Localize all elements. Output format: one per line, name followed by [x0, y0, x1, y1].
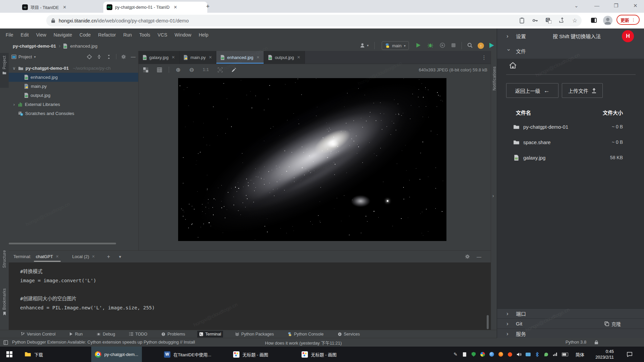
tree-row-external-libraries[interactable]: › External Libraries [9, 100, 138, 109]
tray-pen-icon[interactable]: ✎ [452, 347, 459, 362]
window-minimize-button[interactable]: — [594, 3, 599, 8]
profile-avatar[interactable] [603, 16, 612, 25]
lock-icon[interactable] [51, 18, 55, 23]
tab-close-icon[interactable]: ✕ [56, 254, 59, 259]
settings-gear-icon[interactable] [121, 54, 126, 59]
editor-tab-output[interactable]: output.jpg✕ [264, 51, 305, 64]
tab-close-icon[interactable]: ✕ [92, 254, 95, 259]
tree-row-scratches[interactable]: Scratches and Consoles [9, 109, 138, 118]
browser-tab-pycharm[interactable]: PC py-chatgpt-demo-01 - TitanID ✕ [103, 2, 207, 13]
go-up-button[interactable]: 返回上一级 ← [506, 83, 558, 98]
menu-file[interactable]: File [2, 32, 17, 38]
terminal-tab-chatgpt[interactable]: chatGPT ✕ [33, 251, 62, 262]
status-message[interactable]: Python Debugger Extension Available: Cyt… [12, 340, 195, 345]
expand-all-icon[interactable] [97, 54, 102, 59]
tray-network-icon[interactable] [552, 347, 558, 362]
toolwindow-terminal[interactable]: Terminal [197, 331, 223, 338]
file-row-project[interactable]: py-chatgpt-demo-01 ~ 0 B [497, 119, 644, 134]
taskbar-item-chrome-pycharm[interactable]: py-chatgpt-dem... [91, 347, 142, 362]
tray-firefox-icon[interactable] [497, 347, 504, 362]
ime-language-indicator[interactable]: 简体 [574, 347, 586, 362]
fit-to-window-icon[interactable] [218, 67, 223, 72]
chevron-expanded-icon[interactable]: ∨ [12, 66, 16, 71]
menu-navigate[interactable]: Navigate [50, 32, 76, 38]
tree-row-root[interactable]: ∨ py-chatgpt-demo-01 ~/workspace/py-ch [9, 64, 138, 73]
bookmark-star-icon[interactable]: ☆ [572, 18, 577, 23]
user-avatar[interactable]: H [622, 30, 634, 42]
tab-options-kebab-icon[interactable]: ⋮ [481, 51, 491, 64]
toolwindow-run[interactable]: Run [67, 331, 85, 338]
tray-browser-icon[interactable] [488, 347, 495, 362]
password-key-icon[interactable] [532, 17, 538, 23]
debug-button[interactable] [427, 42, 433, 48]
grid-icon[interactable] [157, 67, 162, 72]
run-button[interactable] [415, 42, 421, 48]
tab-close-icon[interactable]: ✕ [172, 55, 175, 60]
toolwindow-debug[interactable]: Debug [95, 331, 117, 338]
terminal-settings-gear-icon[interactable] [465, 254, 470, 259]
section-ports[interactable]: › 端口 [497, 309, 644, 319]
chevron-down-icon[interactable]: ▾ [34, 55, 36, 59]
toolwindow-todo[interactable]: TODO [127, 331, 149, 338]
editor-tab-enhanced[interactable]: enhanced.jpg✕ [216, 51, 264, 64]
toolwindow-switcher-icon[interactable] [3, 340, 8, 345]
browser-kebab-icon[interactable]: ⋮ [631, 17, 636, 22]
tree-row-output[interactable]: output.jpg [9, 91, 138, 100]
stripe-tab-bookmarks[interactable]: Bookmarks [0, 286, 9, 325]
share-icon[interactable] [559, 17, 565, 23]
chevron-down-icon[interactable]: ▼ [118, 255, 122, 259]
new-tab-button[interactable]: + [206, 3, 210, 10]
tab-close-icon[interactable]: ✕ [209, 55, 212, 60]
file-row-spaceshare[interactable]: space.share ~ 0 B [497, 134, 644, 150]
search-everywhere-icon[interactable] [467, 42, 473, 48]
menu-window[interactable]: Window [171, 32, 195, 38]
section-git[interactable]: › Git 克隆 [497, 319, 644, 329]
tree-row-mainpy[interactable]: main.py [9, 82, 138, 91]
home-icon[interactable] [509, 62, 517, 69]
terminal-output[interactable]: #转换模式 image = image.convert('L') #创建相同大小… [9, 262, 491, 330]
tab-close-icon[interactable]: ✕ [256, 55, 260, 60]
assistant-logo-icon[interactable] [488, 42, 495, 49]
status-secondary-message[interactable]: How does it work (yesterday 下午11:21) [265, 340, 342, 346]
tray-monitor-icon[interactable] [525, 347, 531, 362]
tab-close-icon[interactable]: ✕ [297, 55, 300, 60]
stop-button[interactable] [451, 43, 455, 47]
translate-icon[interactable]: G [545, 17, 551, 23]
side-panel-icon[interactable] [591, 18, 597, 23]
toolwindow-python-console[interactable]: Python Console [286, 331, 325, 338]
window-close-button[interactable]: ✕ [633, 3, 638, 9]
toolwindow-python-packages[interactable]: Python Packages [233, 331, 276, 338]
reading-list-icon[interactable] [519, 17, 525, 23]
locate-file-icon[interactable] [87, 54, 92, 59]
git-clone-button[interactable]: 克隆 [604, 320, 621, 327]
tray-volume-icon[interactable] [516, 347, 522, 362]
toolwindow-problems[interactable]: Problems [159, 331, 187, 338]
file-row-galaxy[interactable]: galaxy.jpg 58 KB [497, 150, 644, 165]
menu-tools[interactable]: Tools [136, 32, 154, 38]
breadcrumb-file[interactable]: enhanced.jpg [70, 44, 97, 49]
transparency-checkerboard-icon[interactable] [143, 67, 148, 72]
stripe-tab-notifications[interactable]: Notifications [492, 66, 497, 90]
tray-bluetooth-icon[interactable] [534, 347, 540, 362]
color-picker-pipette-icon[interactable] [231, 67, 236, 72]
menu-vcs[interactable]: VCS [154, 32, 171, 38]
section-files[interactable]: › 文件 [497, 44, 644, 59]
editor-tab-mainpy[interactable]: main.py✕ [179, 51, 217, 64]
url-omnibox[interactable]: hongxi.titanide.cn/ide/web/coding/py-cha… [46, 15, 582, 26]
taskbar-item-paint-2[interactable]: 无标题 - 画图 [298, 347, 340, 362]
terminal-scrollbar[interactable] [487, 315, 489, 329]
section-settings[interactable]: › 设置 按 Shift 键切换输入法 H [497, 28, 644, 44]
tree-row-enhanced[interactable]: enhanced.jpg [9, 73, 138, 82]
hide-terminal-icon[interactable]: — [477, 254, 481, 259]
new-session-plus-icon[interactable]: + [107, 254, 110, 260]
project-panel-title[interactable]: Project [18, 54, 32, 59]
taskbar-item-word[interactable]: W 在TitanIDE中使用... [160, 347, 215, 362]
browser-update-button[interactable]: 更新 ⋮ [616, 15, 640, 25]
taskbar-item-downloads[interactable]: 下载 [21, 347, 47, 362]
action-center-icon[interactable] [625, 347, 635, 362]
clock-widget[interactable]: 0:45 2023/2/11 [589, 347, 614, 362]
taskbar-item-paint-1[interactable]: 无标题 - 画图 [229, 347, 272, 362]
tray-shield-icon[interactable] [470, 347, 477, 362]
tray-orange-ball-icon[interactable] [506, 347, 513, 362]
zoom-out-icon[interactable]: ⊖ [189, 66, 194, 73]
